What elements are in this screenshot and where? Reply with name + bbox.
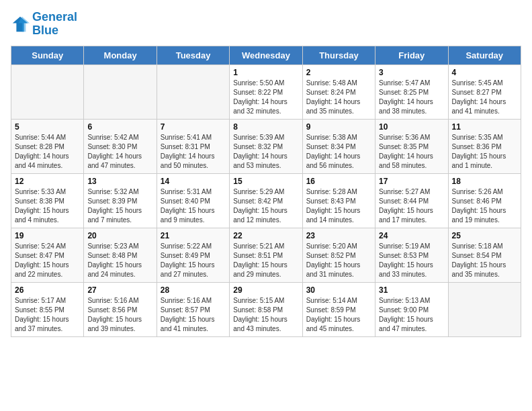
calendar-week-row: 12Sunrise: 5:33 AM Sunset: 8:38 PM Dayli… [11, 173, 521, 228]
calendar-cell: 30Sunrise: 5:14 AM Sunset: 8:59 PM Dayli… [302, 282, 375, 336]
calendar-cell: 21Sunrise: 5:22 AM Sunset: 8:49 PM Dayli… [157, 228, 229, 282]
day-header-thursday: Thursday [302, 46, 375, 64]
calendar-cell: 12Sunrise: 5:33 AM Sunset: 8:38 PM Dayli… [11, 173, 84, 228]
day-info: Sunrise: 5:17 AM Sunset: 8:55 PM Dayligh… [15, 296, 80, 334]
calendar-cell: 10Sunrise: 5:36 AM Sunset: 8:35 PM Dayli… [375, 119, 448, 173]
calendar-cell: 8Sunrise: 5:39 AM Sunset: 8:32 PM Daylig… [230, 119, 302, 173]
day-number: 31 [379, 285, 444, 295]
day-number: 21 [161, 231, 226, 240]
calendar-header-row: SundayMondayTuesdayWednesdayThursdayFrid… [11, 46, 521, 64]
calendar-cell: 27Sunrise: 5:16 AM Sunset: 8:56 PM Dayli… [84, 282, 157, 336]
day-number: 24 [379, 231, 444, 240]
day-info: Sunrise: 5:38 AM Sunset: 8:34 PM Dayligh… [306, 133, 371, 171]
calendar-cell: 5Sunrise: 5:44 AM Sunset: 8:28 PM Daylig… [11, 119, 84, 173]
calendar-cell: 22Sunrise: 5:21 AM Sunset: 8:51 PM Dayli… [230, 228, 302, 282]
day-number: 30 [306, 285, 371, 295]
calendar-cell: 20Sunrise: 5:23 AM Sunset: 8:48 PM Dayli… [84, 228, 157, 282]
day-info: Sunrise: 5:16 AM Sunset: 8:57 PM Dayligh… [161, 296, 226, 334]
day-info: Sunrise: 5:16 AM Sunset: 8:56 PM Dayligh… [87, 296, 152, 334]
day-number: 23 [306, 231, 371, 240]
logo: General Blue [11, 11, 77, 38]
day-info: Sunrise: 5:29 AM Sunset: 8:42 PM Dayligh… [233, 187, 298, 225]
calendar-cell [157, 64, 229, 119]
calendar-cell: 11Sunrise: 5:35 AM Sunset: 8:36 PM Dayli… [448, 119, 521, 173]
day-number: 27 [87, 285, 152, 295]
day-info: Sunrise: 5:15 AM Sunset: 8:58 PM Dayligh… [233, 296, 298, 334]
day-number: 26 [15, 285, 80, 295]
calendar-cell: 4Sunrise: 5:45 AM Sunset: 8:27 PM Daylig… [448, 64, 521, 119]
calendar-cell: 9Sunrise: 5:38 AM Sunset: 8:34 PM Daylig… [302, 119, 375, 173]
day-info: Sunrise: 5:22 AM Sunset: 8:49 PM Dayligh… [161, 242, 226, 279]
day-info: Sunrise: 5:48 AM Sunset: 8:24 PM Dayligh… [306, 79, 371, 116]
day-info: Sunrise: 5:28 AM Sunset: 8:43 PM Dayligh… [306, 187, 371, 225]
calendar-cell: 29Sunrise: 5:15 AM Sunset: 8:58 PM Dayli… [230, 282, 302, 336]
calendar-cell: 19Sunrise: 5:24 AM Sunset: 8:47 PM Dayli… [11, 228, 84, 282]
day-number: 7 [161, 122, 226, 132]
day-number: 17 [379, 177, 444, 186]
day-number: 8 [233, 122, 298, 132]
logo-text: General Blue [32, 11, 77, 38]
day-number: 9 [306, 122, 371, 132]
calendar-cell: 16Sunrise: 5:28 AM Sunset: 8:43 PM Dayli… [302, 173, 375, 228]
calendar-week-row: 19Sunrise: 5:24 AM Sunset: 8:47 PM Dayli… [11, 228, 521, 282]
day-info: Sunrise: 5:26 AM Sunset: 8:46 PM Dayligh… [452, 187, 517, 225]
day-number: 16 [306, 177, 371, 186]
day-number: 14 [161, 177, 226, 186]
day-info: Sunrise: 5:32 AM Sunset: 8:39 PM Dayligh… [87, 187, 152, 225]
calendar-cell: 13Sunrise: 5:32 AM Sunset: 8:39 PM Dayli… [84, 173, 157, 228]
calendar-cell: 17Sunrise: 5:27 AM Sunset: 8:44 PM Dayli… [375, 173, 448, 228]
day-info: Sunrise: 5:44 AM Sunset: 8:28 PM Dayligh… [15, 133, 80, 171]
day-info: Sunrise: 5:23 AM Sunset: 8:48 PM Dayligh… [87, 242, 152, 279]
day-number: 1 [233, 68, 298, 77]
calendar-cell [11, 64, 84, 119]
day-info: Sunrise: 5:21 AM Sunset: 8:51 PM Dayligh… [233, 242, 298, 279]
day-number: 13 [87, 177, 152, 186]
calendar-cell: 6Sunrise: 5:42 AM Sunset: 8:30 PM Daylig… [84, 119, 157, 173]
day-header-monday: Monday [84, 46, 157, 64]
day-number: 29 [233, 285, 298, 295]
calendar-cell: 26Sunrise: 5:17 AM Sunset: 8:55 PM Dayli… [11, 282, 84, 336]
day-info: Sunrise: 5:14 AM Sunset: 8:59 PM Dayligh… [306, 296, 371, 334]
calendar-week-row: 5Sunrise: 5:44 AM Sunset: 8:28 PM Daylig… [11, 119, 521, 173]
day-number: 5 [15, 122, 80, 132]
day-header-friday: Friday [375, 46, 448, 64]
calendar-table: SundayMondayTuesdayWednesdayThursdayFrid… [11, 46, 521, 337]
day-header-tuesday: Tuesday [157, 46, 229, 64]
calendar-cell: 7Sunrise: 5:41 AM Sunset: 8:31 PM Daylig… [157, 119, 229, 173]
day-number: 20 [87, 231, 152, 240]
calendar-cell: 31Sunrise: 5:13 AM Sunset: 9:00 PM Dayli… [375, 282, 448, 336]
day-number: 3 [379, 68, 444, 77]
day-header-sunday: Sunday [11, 46, 84, 64]
day-number: 12 [15, 177, 80, 186]
day-info: Sunrise: 5:36 AM Sunset: 8:35 PM Dayligh… [379, 133, 444, 171]
day-info: Sunrise: 5:45 AM Sunset: 8:27 PM Dayligh… [452, 79, 517, 116]
day-number: 10 [379, 122, 444, 132]
day-number: 4 [452, 68, 517, 77]
day-info: Sunrise: 5:41 AM Sunset: 8:31 PM Dayligh… [161, 133, 226, 171]
day-info: Sunrise: 5:31 AM Sunset: 8:40 PM Dayligh… [161, 187, 226, 225]
day-info: Sunrise: 5:27 AM Sunset: 8:44 PM Dayligh… [379, 187, 444, 225]
day-number: 25 [452, 231, 517, 240]
day-number: 2 [306, 68, 371, 77]
day-number: 28 [161, 285, 226, 295]
day-info: Sunrise: 5:35 AM Sunset: 8:36 PM Dayligh… [452, 133, 517, 171]
day-info: Sunrise: 5:47 AM Sunset: 8:25 PM Dayligh… [379, 79, 444, 116]
page-header: General Blue [11, 11, 521, 38]
calendar-cell: 23Sunrise: 5:20 AM Sunset: 8:52 PM Dayli… [302, 228, 375, 282]
calendar-week-row: 1Sunrise: 5:50 AM Sunset: 8:22 PM Daylig… [11, 64, 521, 119]
day-number: 6 [87, 122, 152, 132]
day-number: 15 [233, 177, 298, 186]
day-info: Sunrise: 5:18 AM Sunset: 8:54 PM Dayligh… [452, 242, 517, 279]
day-info: Sunrise: 5:42 AM Sunset: 8:30 PM Dayligh… [87, 133, 152, 171]
calendar-cell: 15Sunrise: 5:29 AM Sunset: 8:42 PM Dayli… [230, 173, 302, 228]
day-number: 19 [15, 231, 80, 240]
calendar-cell [448, 282, 521, 336]
day-header-wednesday: Wednesday [230, 46, 302, 64]
calendar-cell: 25Sunrise: 5:18 AM Sunset: 8:54 PM Dayli… [448, 228, 521, 282]
day-info: Sunrise: 5:24 AM Sunset: 8:47 PM Dayligh… [15, 242, 80, 279]
day-number: 11 [452, 122, 517, 132]
day-info: Sunrise: 5:50 AM Sunset: 8:22 PM Dayligh… [233, 79, 298, 116]
calendar-cell: 1Sunrise: 5:50 AM Sunset: 8:22 PM Daylig… [230, 64, 302, 119]
day-info: Sunrise: 5:33 AM Sunset: 8:38 PM Dayligh… [15, 187, 80, 225]
day-header-saturday: Saturday [448, 46, 521, 64]
